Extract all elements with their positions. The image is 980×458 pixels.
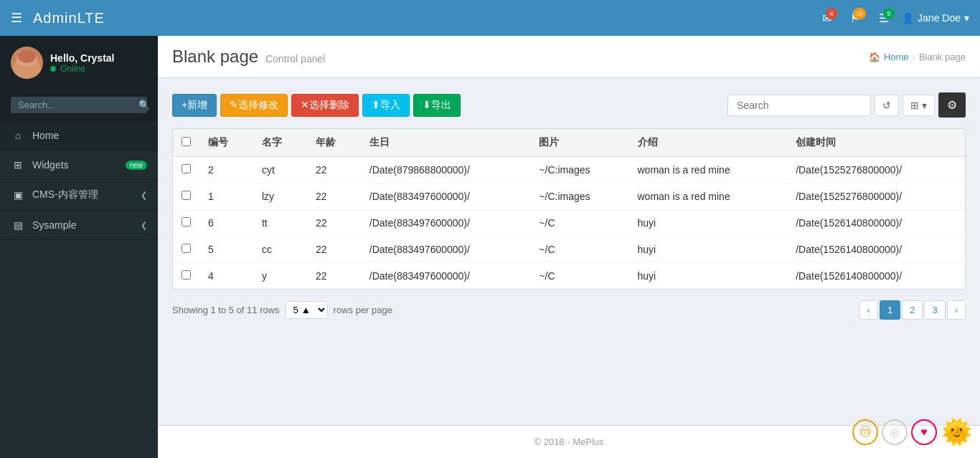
emoji-sun[interactable]: 🌞 <box>941 417 973 447</box>
bell-icon-button[interactable]: ⚑ 10 <box>844 8 866 29</box>
export-button[interactable]: ⬇导出 <box>413 94 461 117</box>
page-2-button[interactable]: 2 <box>902 300 923 320</box>
user-menu-button[interactable]: 👤 Jane Doe ▾ <box>902 12 969 24</box>
nav-left: ☰ AdminLTE <box>11 10 105 27</box>
row-age: 22 <box>307 237 361 263</box>
sidebar-item-home[interactable]: ⌂ Home <box>0 121 158 151</box>
row-birthday: /Date(883497600000)/ <box>361 210 531 237</box>
dropdown-arrow: ▾ <box>964 12 969 24</box>
gear-button[interactable]: ⚙ <box>938 92 966 118</box>
import-button[interactable]: ⬆导入 <box>362 94 410 117</box>
th-checkbox <box>173 129 199 157</box>
comment-icon-button[interactable]: ☰ 9 <box>873 8 895 29</box>
emoji-circle-m[interactable]: ⓜ <box>852 419 878 445</box>
row-checkbox-cell <box>173 263 199 290</box>
toolbar: +新增 ✎选择修改 ✕选择删除 ⬆导入 ⬇导出 ↺ ⊞ ▾ ⚙ <box>172 92 966 118</box>
sidebar-user-info: Hello, Crystal Online <box>50 52 114 74</box>
row-id: 5 <box>199 237 253 263</box>
nav-right: ✉ 4 ⚑ 10 ☰ 9 👤 Jane Doe ▾ <box>816 8 969 29</box>
toolbar-left: +新增 ✎选择修改 ✕选择删除 ⬆导入 ⬇导出 <box>172 94 461 117</box>
delete-button[interactable]: ✕选择删除 <box>291 94 359 117</box>
select-all-checkbox[interactable] <box>182 137 191 146</box>
sidebar-nav: ⌂ Home ⊞ Widgets new ▣ CMS-内容管理 ❮ ▤ Sysa… <box>0 121 158 458</box>
layout: Hello, Crystal Online 🔍 ⌂ Home <box>0 36 980 458</box>
columns-button[interactable]: ⊞ ▾ <box>903 95 935 116</box>
row-intro: huyi <box>629 210 788 237</box>
page-title: Blank page <box>172 47 258 67</box>
row-image: ~/C:images <box>530 157 628 183</box>
row-created: /Date(1526140800000)/ <box>787 263 965 290</box>
row-birthday: /Date(883497600000)/ <box>361 237 531 263</box>
status-dot <box>50 66 56 72</box>
data-table-wrap: 编号 名字 年龄 生日 图片 介绍 创建时间 2 cyt 22 /Date(87… <box>172 128 966 290</box>
th-created: 创建时间 <box>787 129 965 157</box>
sidebar-item-sysample-label: Sysample <box>32 219 141 231</box>
row-checkbox[interactable] <box>182 244 191 253</box>
emoji-circle-eye[interactable]: ◎ <box>882 419 908 445</box>
data-table: 编号 名字 年龄 生日 图片 介绍 创建时间 2 cyt 22 /Date(87… <box>173 129 965 289</box>
emoji-heart[interactable]: ♥ <box>911 419 937 445</box>
row-intro: woman is a red mine <box>629 157 788 183</box>
row-image: ~/C <box>530 210 628 237</box>
sysample-arrow-icon: ❮ <box>141 221 147 230</box>
row-created: /Date(1526140800000)/ <box>787 210 965 237</box>
row-checkbox[interactable] <box>182 191 191 200</box>
row-created: /Date(1525276800000)/ <box>787 157 965 183</box>
row-checkbox[interactable] <box>182 217 191 226</box>
row-checkbox[interactable] <box>182 164 191 173</box>
edit-button[interactable]: ✎选择修改 <box>220 94 288 117</box>
row-birthday: /Date(883497600000)/ <box>361 263 531 290</box>
sidebar: Hello, Crystal Online 🔍 ⌂ Home <box>0 36 158 458</box>
row-intro: huyi <box>629 263 788 290</box>
content-header: Blank page Control panel 🏠 Home › Blank … <box>158 36 980 78</box>
th-image: 图片 <box>530 129 628 157</box>
table-row: 1 lzy 22 /Date(883497600000)/ ~/C:images… <box>173 183 965 210</box>
rows-per-page-select[interactable]: 5 ▲ 10 25 <box>286 301 328 319</box>
row-id: 6 <box>199 210 253 237</box>
sysample-icon: ▤ <box>11 219 25 231</box>
cms-arrow-icon: ❮ <box>141 191 147 200</box>
row-checkbox-cell <box>173 237 199 263</box>
brand-name: AdminLTE <box>33 10 105 27</box>
row-id: 2 <box>199 157 253 183</box>
sidebar-item-sysample[interactable]: ▤ Sysample ❮ <box>0 211 158 240</box>
sidebar-item-cms[interactable]: ▣ CMS-内容管理 ❮ <box>0 180 158 211</box>
page-1-button[interactable]: 1 <box>880 300 900 320</box>
row-age: 22 <box>307 157 361 183</box>
cms-icon: ▣ <box>11 189 25 201</box>
mail-icon-button[interactable]: ✉ 4 <box>816 8 837 29</box>
th-age: 年龄 <box>307 129 361 157</box>
page-3-button[interactable]: 3 <box>924 300 945 320</box>
breadcrumb-current: Blank page <box>919 52 966 62</box>
main-content: Blank page Control panel 🏠 Home › Blank … <box>158 36 980 458</box>
row-checkbox-cell <box>173 157 199 183</box>
sidebar-item-cms-label: CMS-内容管理 <box>32 189 141 201</box>
user-name: Jane Doe <box>918 12 961 24</box>
row-name: y <box>253 263 307 290</box>
sidebar-search-input[interactable] <box>18 100 138 110</box>
table-search-input[interactable] <box>727 95 871 116</box>
add-button[interactable]: +新增 <box>172 94 217 117</box>
footer-text: © 2018 - MePlus <box>534 436 603 447</box>
home-icon: ⌂ <box>11 130 25 141</box>
table-body: 2 cyt 22 /Date(879868800000)/ ~/C:images… <box>173 157 965 290</box>
breadcrumb-home-link[interactable]: Home <box>884 52 909 62</box>
row-name: cc <box>253 237 307 263</box>
row-birthday: /Date(883497600000)/ <box>361 183 531 210</box>
page-title-wrap: Blank page Control panel <box>172 47 325 67</box>
prev-page-button[interactable]: ‹ <box>859 300 878 320</box>
mail-badge: 4 <box>826 8 837 19</box>
refresh-button[interactable]: ↺ <box>875 95 899 116</box>
row-image: ~/C <box>530 263 628 290</box>
row-id: 4 <box>199 263 253 290</box>
th-id: 编号 <box>199 129 253 157</box>
sidebar-search-icon[interactable]: 🔍 <box>138 100 150 110</box>
th-birthday: 生日 <box>361 129 531 157</box>
next-page-button[interactable]: › <box>947 300 966 320</box>
table-header-row: 编号 名字 年龄 生日 图片 介绍 创建时间 <box>173 129 965 157</box>
sidebar-item-widgets[interactable]: ⊞ Widgets new <box>0 151 158 180</box>
hamburger-button[interactable]: ☰ <box>11 10 22 26</box>
user-icon: 👤 <box>902 12 914 24</box>
pagination: ‹ 1 2 3 › <box>859 300 966 320</box>
row-checkbox[interactable] <box>182 270 191 280</box>
